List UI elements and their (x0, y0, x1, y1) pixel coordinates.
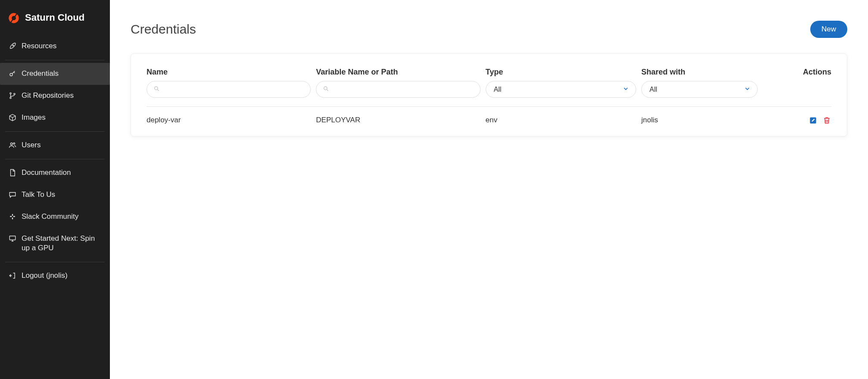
page-header: Credentials New (131, 21, 847, 38)
credentials-card: Name Variable Name or Path Type Shared w… (131, 53, 847, 137)
nav-group-2: Users (5, 132, 105, 159)
svg-rect-14 (9, 236, 16, 240)
sidebar-item-git-repositories[interactable]: Git Repositories (5, 85, 105, 107)
svg-point-3 (12, 45, 13, 46)
filter-spacer (763, 81, 831, 98)
variable-filter-wrap (316, 81, 480, 98)
sidebar-item-label: Credentials (22, 69, 101, 79)
file-icon (9, 169, 16, 177)
sidebar-item-logout[interactable]: Logout (jnolis) (5, 265, 105, 287)
name-filter-input[interactable] (147, 81, 311, 98)
svg-point-4 (10, 73, 12, 76)
shared-filter-wrap: All (641, 81, 758, 98)
logout-icon (9, 272, 16, 280)
svg-rect-10 (10, 216, 12, 217)
type-filter-wrap: All (486, 81, 637, 98)
sidebar-item-label: Slack Community (22, 212, 101, 222)
sidebar-item-resources[interactable]: Resources (5, 35, 105, 57)
sidebar-item-label: Documentation (22, 168, 101, 178)
new-button[interactable]: New (810, 21, 847, 38)
users-icon (9, 141, 16, 149)
sidebar-item-users[interactable]: Users (5, 134, 105, 156)
key-icon (9, 70, 16, 78)
svg-point-15 (155, 87, 158, 90)
nav-group-4: Logout (jnolis) (5, 262, 105, 289)
brand[interactable]: Saturn Cloud (0, 7, 110, 33)
search-icon (153, 85, 160, 93)
cell-type: env (486, 116, 637, 124)
cell-name: deploy-var (147, 116, 311, 124)
search-icon (323, 85, 329, 93)
svg-rect-12 (12, 214, 13, 216)
page-title: Credentials (131, 22, 196, 37)
nav-group-0: Resources (5, 33, 105, 60)
variable-filter-input[interactable] (316, 81, 480, 98)
table-row: deploy-var DEPLOYVAR env jnolis (147, 107, 831, 127)
sidebar-item-label: Git Repositories (22, 91, 101, 101)
sidebar-item-get-started-next[interactable]: Get Started Next: Spin up a GPU (5, 228, 105, 260)
svg-rect-13 (12, 217, 13, 219)
monitor-icon (9, 235, 16, 242)
saturn-logo-icon (8, 12, 20, 24)
edit-icon (809, 116, 817, 124)
shared-filter-select[interactable]: All (641, 81, 758, 98)
svg-point-9 (13, 143, 15, 144)
svg-point-16 (324, 87, 328, 90)
name-filter-wrap (147, 81, 311, 98)
chat-icon (9, 191, 16, 199)
cube-icon (9, 114, 16, 121)
nav-group-3: Documentation Talk To Us Slack Community… (5, 159, 105, 263)
sidebar-item-label: Logout (jnolis) (22, 271, 101, 281)
svg-point-8 (10, 143, 12, 145)
brand-name: Saturn Cloud (25, 12, 84, 23)
table-header: Name Variable Name or Path Type Shared w… (147, 68, 831, 81)
git-branch-icon (9, 92, 16, 99)
rocket-icon (9, 42, 16, 50)
sidebar-item-label: Users (22, 140, 101, 150)
svg-point-5 (10, 93, 11, 94)
col-shared-label: Shared with (641, 68, 758, 77)
cell-variable: DEPLOYVAR (316, 116, 480, 124)
sidebar-item-label: Images (22, 113, 101, 123)
sidebar-item-label: Get Started Next: Spin up a GPU (22, 234, 101, 254)
svg-point-7 (14, 93, 15, 94)
slack-icon (9, 213, 16, 221)
col-type-label: Type (486, 68, 637, 77)
col-variable-label: Variable Name or Path (316, 68, 480, 77)
credentials-table: Name Variable Name or Path Type Shared w… (147, 68, 831, 127)
sidebar: Saturn Cloud Resources Credentials Git R… (0, 0, 110, 379)
delete-button[interactable] (822, 115, 831, 125)
trash-icon (823, 116, 831, 124)
filters-row: All All (147, 81, 831, 107)
sidebar-item-label: Resources (22, 41, 101, 51)
cell-shared: jnolis (641, 116, 758, 124)
svg-rect-11 (13, 216, 16, 217)
sidebar-item-documentation[interactable]: Documentation (5, 162, 105, 184)
sidebar-item-slack-community[interactable]: Slack Community (5, 206, 105, 228)
sidebar-item-images[interactable]: Images (5, 107, 105, 129)
col-actions-label: Actions (763, 68, 831, 77)
sidebar-item-talk-to-us[interactable]: Talk To Us (5, 184, 105, 206)
cell-actions (763, 115, 831, 125)
main-content: Credentials New Name Variable Name or Pa… (110, 0, 868, 379)
col-name-label: Name (147, 68, 311, 77)
sidebar-item-label: Talk To Us (22, 190, 101, 200)
edit-button[interactable] (808, 115, 818, 125)
svg-point-6 (10, 97, 11, 98)
type-filter-select[interactable]: All (486, 81, 637, 98)
nav-group-1: Credentials Git Repositories Images (5, 60, 105, 132)
sidebar-item-credentials[interactable]: Credentials (0, 63, 110, 85)
